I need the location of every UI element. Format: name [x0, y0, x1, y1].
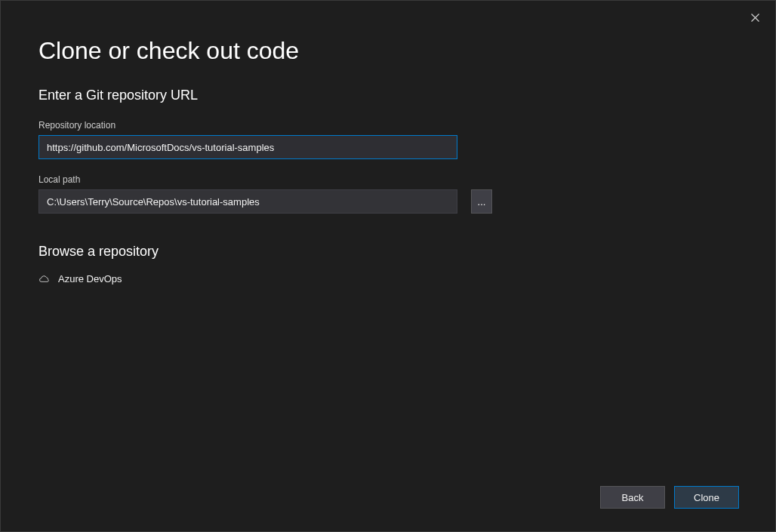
browse-item-label: Azure DevOps	[58, 273, 122, 284]
repo-location-label: Repository location	[38, 120, 738, 131]
clone-button[interactable]: Clone	[674, 486, 739, 509]
browse-path-button[interactable]: ...	[471, 189, 492, 214]
browse-section-title: Browse a repository	[38, 244, 738, 260]
page-title: Clone or check out code	[38, 37, 738, 65]
local-path-label: Local path	[38, 174, 738, 185]
browse-item-azure-devops[interactable]: Azure DevOps	[38, 270, 738, 287]
footer-buttons: Back Clone	[600, 486, 739, 509]
cloud-icon	[38, 272, 51, 285]
back-button[interactable]: Back	[600, 486, 665, 509]
dialog-content: Clone or check out code Enter a Git repo…	[1, 1, 775, 287]
section-subtitle: Enter a Git repository URL	[38, 88, 738, 103]
local-path-group: Local path ...	[38, 174, 738, 214]
repo-location-group: Repository location	[38, 120, 738, 159]
repo-location-input[interactable]	[38, 135, 457, 159]
close-icon	[751, 12, 759, 24]
local-path-input[interactable]	[38, 189, 457, 214]
close-button[interactable]	[744, 7, 766, 29]
